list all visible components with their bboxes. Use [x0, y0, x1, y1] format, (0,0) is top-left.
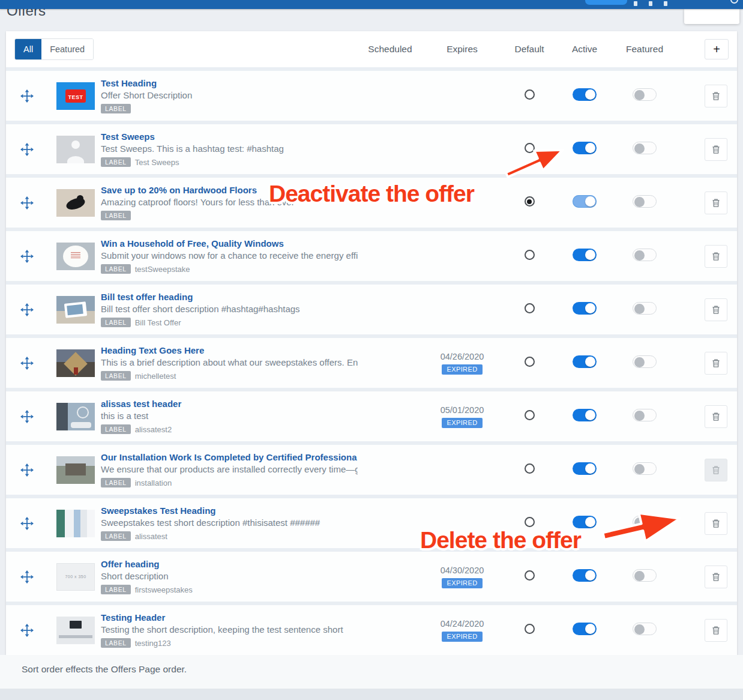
drag-handle-icon[interactable]	[20, 463, 34, 477]
delete-offer-button[interactable]	[705, 192, 727, 214]
offer-heading[interactable]: Win a Household of Free, Quality Windows	[101, 238, 358, 249]
delete-offer-button[interactable]	[705, 298, 727, 321]
cell-featured	[633, 249, 657, 264]
default-radio[interactable]	[525, 357, 535, 367]
active-toggle[interactable]	[573, 249, 597, 261]
delete-offer-button[interactable]	[705, 405, 727, 428]
drag-handle-icon[interactable]	[20, 410, 34, 423]
offer-row: Our Installation Work Is Completed by Ce…	[6, 445, 737, 495]
active-toggle[interactable]	[573, 516, 597, 528]
cell-featured	[633, 623, 657, 638]
offer-label-row: LABEL firstsweepstakes	[101, 585, 358, 595]
default-radio[interactable]	[525, 624, 535, 634]
default-radio[interactable]	[525, 570, 535, 581]
active-toggle[interactable]	[573, 142, 597, 154]
cell-expires: 04/24/2020 EXPIRED	[441, 619, 484, 642]
cell-featured	[633, 195, 657, 210]
thumbnail-text: 700 x 350	[65, 575, 86, 579]
offer-heading[interactable]: Test Sweeps	[101, 131, 358, 142]
default-radio[interactable]	[525, 517, 535, 527]
active-toggle[interactable]	[573, 569, 597, 582]
offer-row: Test Sweeps Test Sweeps. This is a hasht…	[6, 124, 737, 174]
offer-heading[interactable]: Offer heading	[101, 559, 358, 569]
active-toggle[interactable]	[573, 195, 597, 208]
drag-handle-icon[interactable]	[20, 143, 34, 156]
topbar-nav-glyph	[664, 1, 667, 6]
offer-heading[interactable]: Testing Header	[101, 612, 358, 623]
featured-toggle[interactable]	[633, 569, 657, 582]
label-value: alissatest	[135, 532, 167, 541]
delete-offer-button[interactable]	[705, 566, 727, 588]
cell-active	[573, 355, 597, 370]
active-toggle[interactable]	[573, 355, 597, 368]
featured-toggle[interactable]	[633, 355, 657, 368]
tab-featured[interactable]: Featured	[41, 39, 93, 59]
offer-heading[interactable]: Our Installation Work Is Completed by Ce…	[101, 452, 358, 462]
drag-handle-icon[interactable]	[20, 196, 34, 210]
delete-offer-button[interactable]	[705, 512, 727, 535]
default-radio[interactable]	[525, 463, 535, 474]
column-header-expires: Expires	[423, 44, 502, 55]
add-offer-button[interactable]: +	[705, 39, 729, 59]
cell-actions	[677, 619, 737, 642]
offer-thumbnail	[56, 617, 95, 644]
cell-featured	[633, 569, 657, 584]
featured-toggle[interactable]	[633, 302, 657, 315]
offer-description: Sweepstakes test short description #this…	[101, 517, 358, 528]
drag-handle-icon[interactable]	[20, 89, 34, 103]
user-menu-icon[interactable]	[730, 0, 738, 4]
offer-text-block: Testing Header Testing the short descrip…	[100, 612, 358, 648]
cell-active	[573, 409, 597, 424]
delete-offer-button[interactable]	[705, 138, 727, 161]
drag-handle-icon[interactable]	[20, 624, 34, 637]
label-badge: LABEL	[101, 157, 131, 167]
offer-description: Test Sweeps. This is a hashtag test: #ha…	[101, 143, 358, 154]
active-toggle[interactable]	[573, 409, 597, 421]
default-radio[interactable]	[525, 89, 535, 100]
expires-date: 05/01/2020	[441, 405, 484, 415]
active-toggle[interactable]	[573, 302, 597, 315]
cell-featured	[633, 462, 657, 477]
offer-heading[interactable]: Bill test offer heading	[101, 292, 358, 302]
drag-handle-icon[interactable]	[20, 303, 34, 316]
featured-toggle[interactable]	[633, 249, 657, 261]
drag-handle-icon[interactable]	[20, 250, 34, 263]
featured-toggle[interactable]	[633, 195, 657, 208]
default-radio[interactable]	[525, 410, 535, 420]
default-radio[interactable]	[525, 196, 535, 207]
table-header: All Featured Scheduled Expires Default A…	[6, 31, 737, 67]
default-radio[interactable]	[525, 250, 535, 260]
active-toggle[interactable]	[573, 623, 597, 635]
topbar-primary-button[interactable]	[585, 0, 627, 5]
offer-heading[interactable]: alissas test header	[101, 399, 358, 409]
offer-label-row: LABEL	[101, 104, 358, 114]
delete-offer-button[interactable]	[705, 352, 727, 375]
offer-text-block: Offer heading Short description LABEL fi…	[100, 559, 358, 595]
offer-thumbnail	[56, 403, 95, 430]
offer-row: Win a Household of Free, Quality Windows…	[6, 231, 737, 281]
delete-offer-button[interactable]	[705, 619, 727, 642]
drag-handle-icon[interactable]	[20, 570, 34, 584]
drag-handle-icon[interactable]	[20, 357, 34, 370]
offer-text-block: Win a Household of Free, Quality Windows…	[100, 238, 358, 274]
featured-toggle[interactable]	[633, 142, 657, 154]
label-badge: LABEL	[101, 531, 131, 542]
offer-text-block: Test Heading Offer Short Description LAB…	[100, 78, 358, 114]
active-toggle[interactable]	[573, 462, 597, 475]
active-toggle[interactable]	[573, 88, 597, 101]
delete-offer-button[interactable]	[705, 85, 727, 107]
offer-description: Submit your windows now for a chance to …	[101, 250, 358, 261]
offer-heading[interactable]: Test Heading	[101, 78, 358, 88]
label-value: alissatest2	[135, 425, 172, 434]
featured-toggle[interactable]	[633, 88, 657, 101]
featured-toggle[interactable]	[633, 462, 657, 475]
topbar-dropdown-panel[interactable]	[684, 9, 739, 24]
default-radio[interactable]	[525, 303, 535, 313]
offer-heading[interactable]: Sweepstakes Test Heading	[101, 505, 358, 516]
drag-handle-icon[interactable]	[20, 517, 34, 530]
delete-offer-button[interactable]	[705, 245, 727, 268]
featured-toggle[interactable]	[633, 623, 657, 635]
tab-all[interactable]: All	[15, 39, 41, 59]
featured-toggle[interactable]	[633, 409, 657, 421]
offer-heading[interactable]: Heading Text Goes Here	[101, 345, 358, 355]
